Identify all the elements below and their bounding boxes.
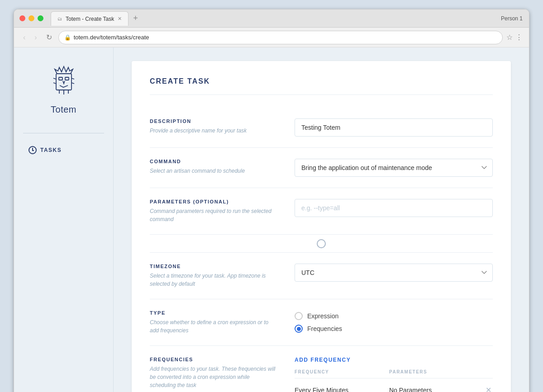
freq-delete-button[interactable]: ✕ [484,386,493,392]
parameters-control-col [295,199,493,217]
type-hint: Choose whether to define a cron expressi… [150,318,276,335]
minimize-button[interactable] [29,15,34,21]
type-row: TYPE Choose whether to define a cron exp… [150,299,493,346]
active-tab[interactable]: 🗂 Totem - Create Task ✕ [51,11,129,26]
timezone-row: TIMEZONE Select a timezone for your task… [150,253,493,299]
frequencies-label: FREQUENCIES [150,357,276,362]
parameters-input[interactable] [295,199,493,217]
timezone-select[interactable]: UTC [295,264,493,282]
sidebar-divider [23,133,104,133]
close-button[interactable] [19,15,25,21]
reload-button[interactable]: ↻ [43,31,55,43]
frequencies-radio-circle[interactable] [295,325,303,333]
clock-icon [29,146,37,154]
expression-radio-label: Expression [307,312,338,320]
star-icon[interactable]: ☆ [506,33,513,42]
person-label: Person 1 [501,15,523,22]
command-label: COMMAND [150,159,276,164]
freq-frequency-cell: Every Five Minutes [295,387,380,392]
freq-parameters-cell: No Parameters [389,387,475,392]
command-row: COMMAND Select an artisan command to sch… [150,148,493,188]
type-radio-group: Expression Frequencies [295,310,493,333]
description-input[interactable] [295,118,493,137]
type-label: TYPE [150,310,276,316]
create-task-card: CREATE TASK DESCRIPTION Provide a descri… [132,61,511,392]
sidebar: Totem Tasks [14,47,114,392]
frequencies-content-col: ADD FREQUENCY FREQUENCY PARAMETERS Every… [295,357,493,392]
description-hint: Provide a descriptive name for your task [150,127,276,135]
type-expression-option[interactable]: Expression [295,312,493,320]
forward-button[interactable]: › [32,32,39,43]
parameters-hint: Command parameters required to run the s… [150,207,276,223]
tab-title: Totem - Create Task [66,16,114,22]
description-control-col [295,118,493,137]
timezone-control-col: UTC [295,264,493,282]
browser-content: Totem Tasks CREATE TASK DESCRIPTION Prov… [14,47,529,392]
frequencies-label-col: FREQUENCIES Add frequencies to your task… [150,357,276,392]
sidebar-item-tasks[interactable]: Tasks [23,142,104,158]
svg-rect-2 [65,77,69,80]
frequencies-hint: Add frequencies to your task. These freq… [150,365,276,389]
timezone-label-col: TIMEZONE Select a timezone for your task… [150,264,276,288]
toolbar-right: ☆ ⋮ [506,33,523,42]
page-title: CREATE TASK [150,77,493,95]
traffic-lights [19,15,43,21]
parameters-label: PARAMETERS (OPTIONAL) [150,199,276,204]
expression-radio-circle[interactable] [295,312,303,320]
type-frequencies-option[interactable]: Frequencies [295,325,493,333]
timezone-label: TIMEZONE [150,264,276,269]
browser-titlebar: 🗂 Totem - Create Task ✕ + Person 1 [14,9,529,28]
tab-favicon-icon: 🗂 [57,16,62,21]
freq-col-actions-header [484,369,493,374]
type-label-col: TYPE Choose whether to define a cron exp… [150,310,276,335]
svg-rect-1 [59,77,62,80]
back-button[interactable]: ‹ [20,32,28,43]
description-row: DESCRIPTION Provide a descriptive name f… [150,108,493,148]
freq-table-header: FREQUENCY PARAMETERS [295,369,493,378]
command-hint: Select an artisan command to schedule [150,167,276,175]
main-content: CREATE TASK DESCRIPTION Provide a descri… [114,47,529,392]
type-control-col: Expression Frequencies [295,310,493,333]
add-frequency-link[interactable]: ADD FREQUENCY [295,357,493,363]
description-label: DESCRIPTION [150,118,276,124]
logo-area: Totem [43,61,84,115]
table-row: Every Five Minutes No Parameters ✕ [295,378,493,392]
freq-col-parameters-header: PARAMETERS [389,369,475,374]
frequencies-radio-label: Frequencies [307,325,342,332]
command-select[interactable]: Bring the application out of maintenance… [295,159,493,177]
freq-col-frequency-header: FREQUENCY [295,369,380,374]
menu-icon[interactable]: ⋮ [515,33,523,42]
command-label-col: COMMAND Select an artisan command to sch… [150,159,276,175]
browser-toolbar: ‹ › ↻ 🔒 totem.dev/totem/tasks/create ☆ ⋮ [14,28,529,47]
command-control-col: Bring the application out of maintenance… [295,159,493,177]
tab-close-icon[interactable]: ✕ [118,16,122,22]
section-divider [150,235,493,253]
sidebar-item-label: Tasks [40,147,62,153]
new-tab-button[interactable]: + [129,11,143,26]
divider-circle-icon [317,239,326,248]
description-label-col: DESCRIPTION Provide a descriptive name f… [150,118,276,135]
timezone-hint: Select a timezone for your task. App tim… [150,272,276,288]
lock-icon: 🔒 [64,34,71,41]
url-bar[interactable]: 🔒 totem.dev/totem/tasks/create [58,31,503,44]
totem-logo [43,61,84,102]
parameters-label-col: PARAMETERS (OPTIONAL) Command parameters… [150,199,276,223]
tab-bar: 🗂 Totem - Create Task ✕ + [51,11,143,26]
frequencies-section: FREQUENCIES Add frequencies to your task… [150,346,493,392]
url-text: totem.dev/totem/tasks/create [74,34,497,41]
svg-rect-0 [56,74,71,90]
parameters-row: PARAMETERS (OPTIONAL) Command parameters… [150,188,493,235]
logo-name: Totem [51,104,76,115]
maximize-button[interactable] [38,15,43,21]
